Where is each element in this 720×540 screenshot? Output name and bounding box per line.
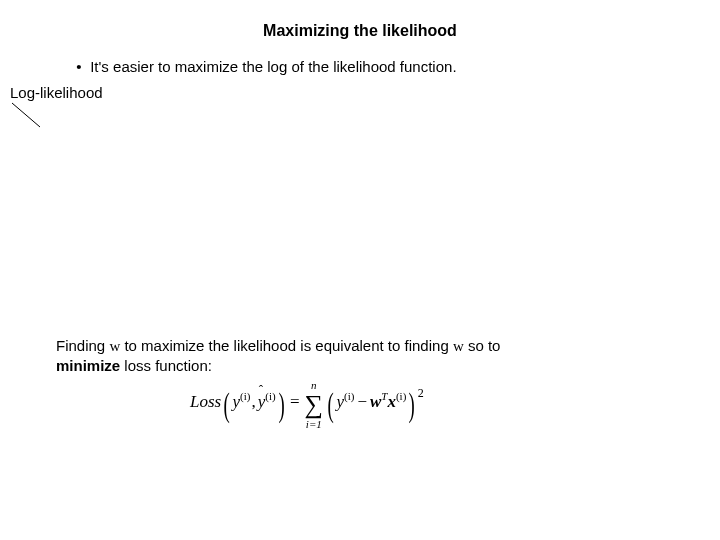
log-likelihood-label: Log-likelihood bbox=[10, 84, 103, 101]
slide-title: Maximizing the likelihood bbox=[0, 22, 720, 40]
sum-lower: i=1 bbox=[305, 418, 324, 430]
explanatory-paragraph: Finding w to maximize the likelihood is … bbox=[56, 336, 526, 375]
var-yhat: y bbox=[258, 392, 266, 412]
bullet-marker: • bbox=[72, 58, 86, 75]
bullet-text: It's easier to maximize the log of the l… bbox=[90, 58, 456, 75]
sup-i-4: (i) bbox=[396, 390, 406, 402]
loss-word: Loss bbox=[190, 392, 221, 411]
para-text-4: loss function: bbox=[120, 357, 212, 374]
loss-formula: Loss(y(i),y(i))=n∑i=1(y(i)−wTx(i))2 bbox=[190, 386, 424, 418]
var-x: x bbox=[387, 392, 396, 411]
comma-1: , bbox=[251, 392, 255, 411]
minimize-word: minimize bbox=[56, 357, 120, 374]
sup-2: 2 bbox=[418, 386, 424, 400]
para-text-2: to maximize the likelihood is equivalent… bbox=[120, 337, 453, 354]
equals-sign: = bbox=[290, 392, 300, 411]
var-y-2: y bbox=[336, 392, 344, 411]
sup-i-1: (i) bbox=[240, 390, 250, 402]
var-w-2: w bbox=[453, 338, 464, 354]
svg-line-0 bbox=[12, 103, 40, 127]
sup-i-3: (i) bbox=[344, 390, 354, 402]
var-w: w bbox=[370, 392, 381, 411]
minus-sign: − bbox=[357, 392, 367, 411]
pointer-line-icon bbox=[10, 101, 46, 129]
para-text-1: Finding bbox=[56, 337, 109, 354]
sum-upper: n bbox=[305, 379, 324, 391]
var-y-1: y bbox=[233, 392, 241, 411]
bullet-line: • It's easier to maximize the log of the… bbox=[72, 58, 457, 75]
sup-i-2: (i) bbox=[265, 390, 275, 402]
summation-icon: n∑i=1 bbox=[305, 392, 324, 418]
para-text-3: so to bbox=[464, 337, 501, 354]
var-w-1: w bbox=[109, 338, 120, 354]
